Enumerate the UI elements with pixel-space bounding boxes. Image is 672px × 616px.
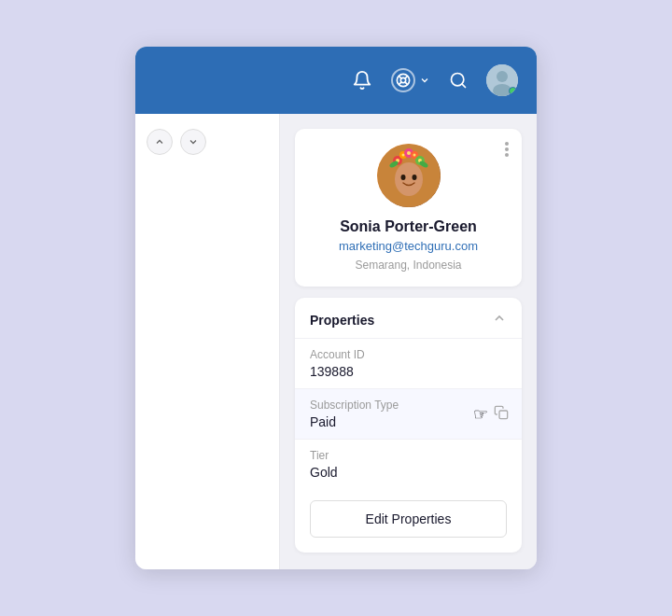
svg-point-12 bbox=[395, 162, 423, 196]
nav-down-button[interactable] bbox=[180, 129, 206, 155]
nav-up-button[interactable] bbox=[147, 129, 173, 155]
svg-point-1 bbox=[400, 77, 405, 82]
properties-collapse-button[interactable] bbox=[492, 311, 507, 329]
account-id-item: Account ID 139888 bbox=[295, 338, 522, 388]
profile-card: Sonia Porter-Green marketing@techguru.co… bbox=[295, 129, 522, 287]
svg-point-20 bbox=[407, 151, 411, 155]
user-avatar-header[interactable] bbox=[486, 64, 518, 96]
account-id-label: Account ID bbox=[310, 348, 507, 361]
svg-point-25 bbox=[400, 175, 405, 180]
nav-arrows bbox=[147, 129, 268, 155]
support-chevron-icon bbox=[419, 75, 430, 86]
tier-value: Gold bbox=[310, 465, 507, 480]
tier-label: Tier bbox=[310, 449, 507, 462]
properties-header: Properties bbox=[295, 298, 522, 338]
properties-card: Properties Account ID 139888 Subscriptio… bbox=[295, 298, 522, 553]
svg-line-5 bbox=[399, 82, 401, 85]
dot3 bbox=[505, 153, 509, 157]
search-icon[interactable] bbox=[449, 71, 468, 90]
svg-point-19 bbox=[401, 154, 404, 157]
main-content: Sonia Porter-Green marketing@techguru.co… bbox=[135, 114, 537, 569]
svg-line-7 bbox=[462, 84, 466, 88]
svg-line-2 bbox=[399, 76, 401, 78]
profile-name: Sonia Porter-Green bbox=[310, 218, 507, 235]
svg-rect-27 bbox=[499, 411, 508, 419]
svg-point-21 bbox=[413, 154, 415, 157]
properties-title: Properties bbox=[310, 313, 374, 328]
account-id-value: 139888 bbox=[310, 364, 507, 379]
sidebar bbox=[135, 114, 280, 569]
svg-line-3 bbox=[405, 82, 408, 85]
subscription-type-label: Subscription Type bbox=[310, 399, 507, 412]
svg-point-26 bbox=[412, 175, 416, 180]
notification-icon[interactable] bbox=[352, 70, 372, 91]
dot2 bbox=[505, 147, 509, 151]
header bbox=[135, 47, 537, 114]
profile-email[interactable]: marketing@techguru.com bbox=[310, 239, 507, 253]
copy-icon[interactable] bbox=[494, 405, 509, 424]
subscription-type-value: Paid bbox=[310, 414, 507, 429]
right-panel: Sonia Porter-Green marketing@techguru.co… bbox=[280, 114, 537, 569]
svg-point-9 bbox=[497, 71, 508, 82]
more-options-button[interactable] bbox=[505, 142, 509, 157]
tier-item: Tier Gold bbox=[295, 439, 522, 489]
dot1 bbox=[505, 142, 509, 146]
subscription-type-item: Subscription Type Paid ☞ bbox=[295, 388, 522, 439]
support-icon bbox=[391, 68, 415, 92]
avatar-wrap bbox=[310, 144, 507, 207]
support-button[interactable] bbox=[391, 68, 430, 92]
online-status-badge bbox=[509, 87, 517, 95]
edit-properties-button[interactable]: Edit Properties bbox=[310, 500, 507, 538]
app-window: Sonia Porter-Green marketing@techguru.co… bbox=[135, 47, 537, 569]
svg-line-4 bbox=[405, 76, 408, 78]
profile-location: Semarang, Indonesia bbox=[310, 259, 507, 272]
profile-avatar bbox=[377, 144, 441, 207]
avatar-svg bbox=[377, 144, 441, 207]
